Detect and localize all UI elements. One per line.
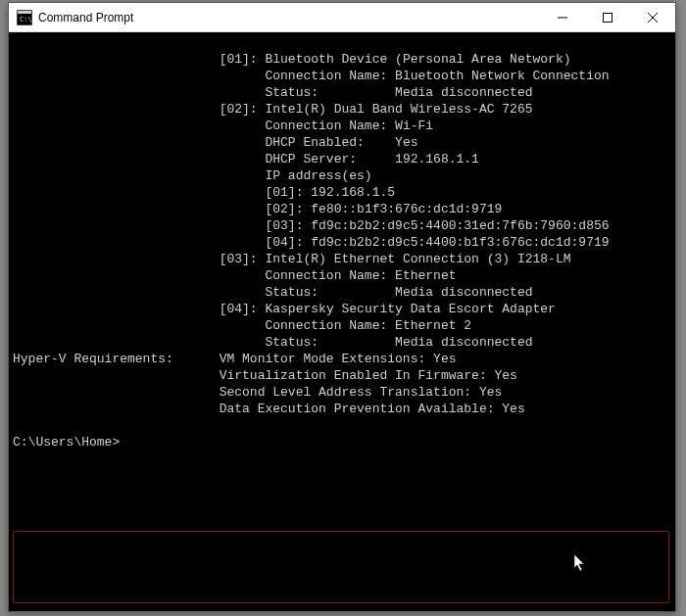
window-title: Command Prompt xyxy=(38,11,540,24)
titlebar[interactable]: C:\ Command Prompt xyxy=(9,3,675,32)
terminal-output[interactable]: [01]: Bluetooth Device (Personal Area Ne… xyxy=(9,32,675,611)
mouse-cursor-icon xyxy=(528,538,542,557)
command-prompt-window: C:\ Command Prompt [01]: Bluetooth Devic… xyxy=(8,2,676,612)
cmd-icon: C:\ xyxy=(17,10,32,25)
maximize-button[interactable] xyxy=(585,3,630,31)
window-controls xyxy=(540,3,675,31)
prompt-line: C:\Users\Home> xyxy=(13,435,120,450)
highlight-box xyxy=(13,531,669,603)
output-text: [01]: Bluetooth Device (Personal Area Ne… xyxy=(13,51,671,450)
svg-rect-1 xyxy=(18,11,31,14)
close-button[interactable] xyxy=(630,3,675,31)
minimize-button[interactable] xyxy=(540,3,585,31)
svg-text:C:\: C:\ xyxy=(20,16,32,24)
svg-rect-4 xyxy=(604,13,612,22)
